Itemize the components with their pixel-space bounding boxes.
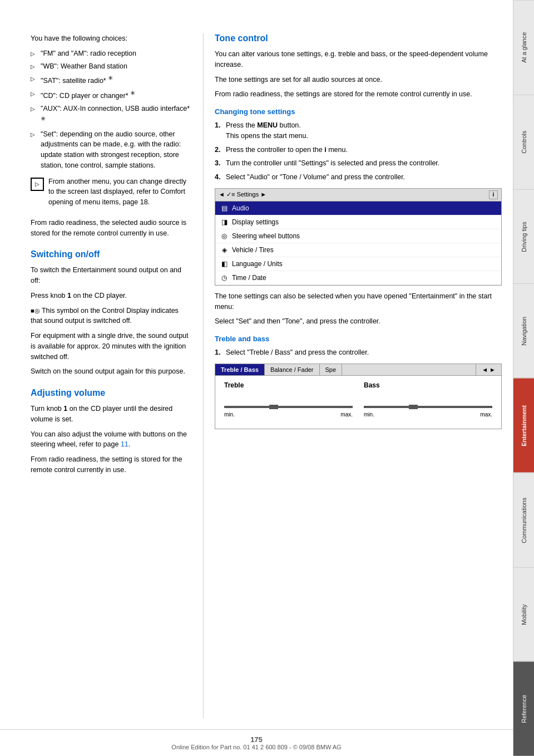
treble-bass-steps: 1. Select "Treble / Bass" and press the … (215, 347, 502, 358)
page-footer: 175 Online Edition for Part no. 01 41 2 … (0, 729, 513, 756)
bass-max: max. (480, 411, 492, 418)
adjusting-title: Adjusting volume (31, 388, 192, 398)
treble-minmax: min. max. (224, 411, 353, 418)
tab-balance-fader[interactable]: Balance / Fader (265, 364, 320, 375)
column-divider (203, 33, 204, 718)
post-menu2: Select "Set" and then "Tone", and press … (215, 316, 502, 327)
switching-title: Switching on/off (31, 249, 192, 259)
right-column: Tone control You can alter various tone … (215, 33, 502, 718)
step-1: 1. Press the MENU button.This opens the … (215, 120, 502, 141)
columns-area: You have the following choices: "FM" and… (0, 0, 513, 729)
sidebar-tab-navigation[interactable]: Navigation (513, 283, 534, 378)
left-column: You have the following choices: "FM" and… (31, 33, 192, 718)
step-2: 2. Press the controller to open the i me… (215, 145, 502, 155)
step-4: 4. Select "Audio" or "Tone / Volume" and… (215, 172, 502, 183)
list-item: "CD": CD player or changer* ✳ (31, 89, 192, 101)
list-item: "FM" and "AM": radio reception (31, 48, 192, 59)
menu-nav-icon: i (489, 190, 498, 199)
list-item: "SAT": satellite radio* ✳ (31, 73, 192, 86)
adjusting-body3: From radio readiness, the setting is sto… (31, 454, 192, 475)
vehicle-icon: ◈ (220, 246, 229, 254)
steering-icon: ◎ (220, 232, 229, 240)
treble-bass-title: Treble and bass (215, 335, 502, 343)
menu-header: ◄ ✓≡ Settings ► i (215, 189, 501, 202)
sidebar-tab-mobility[interactable]: Mobility (513, 567, 534, 662)
sidebar: At a glance Controls Driving tips Naviga… (513, 0, 534, 756)
list-item: "AUX": AUX-In connection, USB audio inte… (31, 104, 192, 127)
bass-minmax: min. max. (364, 411, 492, 418)
settings-label: ◄ ✓≡ Settings ► (219, 191, 266, 198)
switching-body1: To switch the Entertainment sound output… (31, 265, 192, 286)
note-text: From another menu, you can change direct… (48, 176, 192, 208)
menu-item-time: ◷ Time / Date (215, 271, 501, 285)
note-box: ▷ From another menu, you can change dire… (31, 176, 192, 212)
time-icon: ◷ (220, 273, 229, 282)
page-number: 175 (6, 735, 507, 744)
menu-item-steering: ◎ Steering wheel buttons (215, 229, 501, 243)
sidebar-tab-controls[interactable]: Controls (513, 95, 534, 189)
intro-text: You have the following choices: (31, 33, 192, 44)
sidebar-tab-at-a-glance[interactable]: At a glance (513, 0, 534, 95)
steps-list: 1. Press the MENU button.This opens the … (215, 120, 502, 183)
page-link[interactable]: 11 (121, 440, 128, 448)
bass-slider-group: Bass min. max. (364, 381, 492, 418)
audio-icon: ▤ (220, 204, 229, 213)
menu-screenshot: ◄ ✓≡ Settings ► i ▤ Audio ◨ Display sett… (215, 188, 502, 286)
treble-slider-group: Treble min. max. (224, 381, 353, 418)
choices-list: "FM" and "AM": radio reception "WB": Wea… (31, 48, 192, 171)
language-icon: ◧ (220, 259, 229, 268)
treble-bass-step1: 1. Select "Treble / Bass" and press the … (215, 347, 502, 358)
treble-bass-ui: Treble / Bass Balance / Fader Spe ◄ ► Tr… (215, 364, 502, 429)
tone-control-title: Tone control (215, 33, 502, 43)
menu-item-language: ◧ Language / Units (215, 257, 501, 271)
tone-intro1: You can alter various tone settings, e.g… (215, 49, 502, 70)
list-item: "Set": depending on the audio source, ot… (31, 129, 192, 171)
menu-item-vehicle: ◈ Vehicle / Tires (215, 243, 501, 257)
bass-thumb[interactable] (409, 405, 418, 409)
step-3: 3. Turn the controller until "Settings" … (215, 158, 502, 169)
treble-track (224, 406, 353, 408)
menu-header-left: ◄ ✓≡ Settings ► (219, 191, 266, 198)
menu-item-display: ◨ Display settings (215, 215, 501, 229)
post-menu1: The tone settings can also be selected w… (215, 291, 502, 312)
switching-body4: For equipment with a single drive, the s… (31, 331, 192, 362)
switching-body2: Press knob 1 on the CD player. (31, 291, 192, 301)
radio-readiness-text: From radio readiness, the selected audio… (31, 218, 192, 239)
tab-treble-bass[interactable]: Treble / Bass (215, 364, 265, 375)
page-container: You have the following choices: "FM" and… (0, 0, 534, 756)
tone-intro2: The tone settings are set for all audio … (215, 75, 502, 85)
treble-max: max. (340, 411, 353, 418)
menu-item-audio: ▤ Audio (215, 202, 501, 215)
tab-nav-arrows[interactable]: ◄ ► (476, 364, 501, 375)
sidebar-tab-communications[interactable]: Communications (513, 473, 534, 567)
footer-text: Online Edition for Part no. 01 41 2 600 … (6, 744, 507, 750)
treble-min: min. (224, 411, 235, 418)
changing-tone-title: Changing tone settings (215, 107, 502, 116)
treble-thumb[interactable] (269, 405, 278, 409)
sliders-area: Treble min. max. Bass (215, 376, 501, 429)
adjusting-body1: Turn knob 1 on the CD player until the d… (31, 404, 192, 425)
tab-bar: Treble / Bass Balance / Fader Spe ◄ ► (215, 364, 501, 376)
sidebar-tab-driving-tips[interactable]: Driving tips (513, 189, 534, 284)
list-item: "WB": Weather Band station (31, 61, 192, 72)
sidebar-tab-entertainment[interactable]: Entertainment (513, 378, 534, 473)
content-wrapper: You have the following choices: "FM" and… (0, 0, 513, 756)
tab-speed[interactable]: Spe (320, 364, 343, 375)
treble-label: Treble (224, 381, 353, 389)
tone-intro3: From radio readiness, the settings are s… (215, 89, 502, 100)
bass-min: min. (364, 411, 374, 418)
bass-label: Bass (364, 381, 492, 389)
note-icon: ▷ (31, 178, 44, 191)
bass-track (364, 406, 492, 408)
sidebar-tab-reference[interactable]: Reference (513, 661, 534, 756)
switching-body5: Switch on the sound output again for thi… (31, 366, 192, 377)
adjusting-body2: You can also adjust the volume with butt… (31, 429, 192, 450)
switching-body3: ■◎ This symbol on the Control Display in… (31, 306, 192, 327)
display-icon: ◨ (220, 218, 229, 227)
